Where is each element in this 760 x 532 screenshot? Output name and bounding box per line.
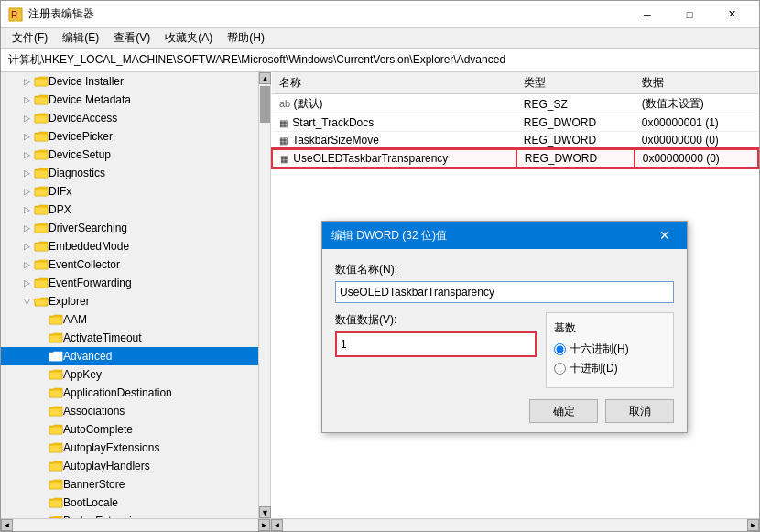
tree-item-boot-locale[interactable]: ▷ BootLocale (1, 494, 258, 512)
folder-icon (34, 148, 49, 161)
tree-item-device-installer[interactable]: ▷ Device Installer (1, 72, 258, 91)
tree-item-app-destination[interactable]: ▷ ApplicationDestination (1, 384, 258, 402)
tree-item-explorer[interactable]: ▽ Explorer (1, 292, 258, 310)
menu-view[interactable]: 查看(V) (106, 28, 157, 48)
radio-dec[interactable]: 十进制(D) (554, 361, 666, 376)
tree-item-appkey[interactable]: ▷ AppKey (1, 365, 258, 384)
tree-label: EventCollector (49, 258, 120, 271)
expand-arrow: ▷ (19, 239, 34, 254)
title-bar: R 注册表编辑器 ─ □ ✕ (1, 1, 759, 28)
radio-hex-input[interactable] (554, 343, 566, 355)
expand-arrow: ▷ (19, 184, 34, 199)
dialog-close-button[interactable]: ✕ (652, 223, 678, 248)
table-row[interactable]: ▦ Start_TrackDocs REG_DWORD 0x00000001 (… (272, 114, 758, 132)
table-row[interactable]: ▦ TaskbarSizeMove REG_DWORD 0x00000000 (… (272, 132, 758, 150)
title-controls: ─ □ ✕ (627, 2, 752, 27)
tree-item-autoplay-extensions[interactable]: ▷ AutoplayExtensions (1, 439, 258, 457)
table-row[interactable]: ab (默认) REG_SZ (数值未设置) (272, 94, 758, 114)
h-scroll-right[interactable]: ◄ ► (271, 519, 759, 531)
tree-label: AutoComplete (63, 423, 133, 436)
scroll-up-btn[interactable]: ▲ (259, 72, 271, 84)
ok-button[interactable]: 确定 (529, 399, 598, 423)
menu-edit[interactable]: 编辑(E) (55, 28, 106, 48)
reg-data: (数值未设置) (635, 94, 758, 114)
reg-name: ▦ Start_TrackDocs (272, 114, 516, 132)
reg-type: REG_DWORD (516, 114, 635, 132)
tree-item-autocomplete[interactable]: ▷ AutoComplete (1, 420, 258, 439)
menu-favorites[interactable]: 收藏夹(A) (157, 28, 220, 48)
data-input[interactable] (335, 331, 537, 357)
address-text: 计算机\HKEY_LOCAL_MACHINE\SOFTWARE\Microsof… (8, 52, 505, 68)
tree-scrollbar[interactable]: ▲ ▼ (258, 72, 270, 518)
tree-item-broker-extensions[interactable]: ▷ BrokerExtensions (1, 512, 258, 518)
tree-item-autoplay-handlers[interactable]: ▷ AutoplayHandlers (1, 457, 258, 475)
tree-item-dpx[interactable]: ▷ DPX (1, 201, 258, 219)
tree-label: DeviceSetup (49, 148, 111, 161)
h-scroll-left[interactable]: ◄ ► (1, 519, 271, 531)
tree-label: Explorer (49, 295, 90, 308)
tree-item-event-collector[interactable]: ▷ EventCollector (1, 255, 258, 274)
col-name: 名称 (272, 72, 516, 94)
tree-item-device-picker[interactable]: ▷ DevicePicker (1, 127, 258, 146)
reg-data: 0x00000001 (1) (635, 114, 758, 132)
h-scroll-track[interactable] (13, 519, 258, 531)
folder-icon (34, 203, 49, 216)
data-label: 数值数据(V): (335, 312, 537, 328)
registry-table: 名称 类型 数据 ab (默认) REG_SZ (数值未设置) (271, 72, 759, 168)
expand-arrow: ▷ (19, 221, 34, 235)
tree-item-banner-store[interactable]: ▷ BannerStore (1, 475, 258, 494)
tree-item-activate-timeout[interactable]: ▷ ActivateTimeout (1, 329, 258, 347)
tree-label: EmbeddedMode (49, 240, 129, 253)
tree-label: ActivateTimeout (63, 331, 142, 344)
expand-arrow: ▷ (19, 74, 34, 89)
svg-text:R: R (11, 10, 17, 20)
menu-bar: 文件(F) 编辑(E) 查看(V) 收藏夹(A) 帮助(H) (1, 28, 759, 49)
name-input[interactable] (335, 281, 674, 303)
table-row-highlighted[interactable]: ▦ UseOLEDTaskbarTransparency REG_DWORD 0… (272, 149, 758, 168)
radio-hex[interactable]: 十六进制(H) (554, 342, 666, 357)
expand-arrow: ▷ (19, 92, 34, 107)
expand-arrow: ▷ (19, 202, 34, 217)
folder-icon (49, 368, 63, 381)
scroll-down-btn[interactable]: ▼ (259, 506, 271, 518)
reg-type: REG_DWORD (516, 132, 635, 150)
tree-item-advanced[interactable]: ▷ Advanced (1, 347, 258, 365)
tree-item-device-access[interactable]: ▷ DeviceAccess (1, 109, 258, 127)
address-bar: 计算机\HKEY_LOCAL_MACHINE\SOFTWARE\Microsof… (1, 49, 759, 72)
radio-dec-input[interactable] (554, 363, 566, 375)
tree-item-embedded-mode[interactable]: ▷ EmbeddedMode (1, 237, 258, 255)
h-scroll-track2[interactable] (283, 519, 747, 531)
radio-dec-label: 十进制(D) (570, 361, 618, 376)
base-title: 基数 (554, 320, 666, 336)
tree-item-diagnostics[interactable]: ▷ Diagnostics (1, 164, 258, 182)
scroll-thumb[interactable] (260, 86, 270, 123)
menu-help[interactable]: 帮助(H) (220, 28, 272, 48)
edit-dword-dialog: 编辑 DWORD (32 位)值 ✕ 数值名称(N): 数值数据(V): 基数 (321, 221, 688, 433)
reg-prefix: ▦ (280, 154, 288, 164)
expand-arrow: ▷ (19, 129, 34, 144)
tree-item-device-metadata[interactable]: ▷ Device Metadata (1, 91, 258, 109)
tree-item-event-forwarding[interactable]: ▷ EventForwarding (1, 274, 258, 292)
tree-item-driver-searching[interactable]: ▷ DriverSearching (1, 219, 258, 237)
reg-name: ▦ TaskbarSizeMove (272, 132, 516, 150)
folder-icon (49, 460, 63, 472)
close-button[interactable]: ✕ (711, 2, 752, 27)
expand-arrow: ▷ (19, 276, 34, 290)
folder-icon (34, 185, 49, 198)
scroll-right-btn[interactable]: ► (258, 519, 270, 531)
minimize-button[interactable]: ─ (627, 2, 668, 27)
menu-file[interactable]: 文件(F) (5, 28, 55, 48)
cancel-button[interactable]: 取消 (605, 399, 674, 423)
tree-item-aam[interactable]: ▷ AAM (1, 310, 258, 329)
folder-icon (34, 258, 49, 271)
maximize-button[interactable]: □ (669, 2, 710, 27)
expand-arrow: ▷ (19, 257, 34, 272)
reg-data: 0x00000000 (0) (635, 149, 758, 168)
tree-item-associations[interactable]: ▷ Associations (1, 402, 258, 420)
scroll-left-btn2[interactable]: ◄ (271, 519, 283, 531)
scroll-left-btn[interactable]: ◄ (1, 519, 13, 531)
scroll-right-btn2[interactable]: ► (747, 519, 759, 531)
folder-icon (49, 423, 63, 436)
tree-item-device-setup[interactable]: ▷ DeviceSetup (1, 146, 258, 164)
tree-item-difx[interactable]: ▷ DIFx (1, 182, 258, 201)
